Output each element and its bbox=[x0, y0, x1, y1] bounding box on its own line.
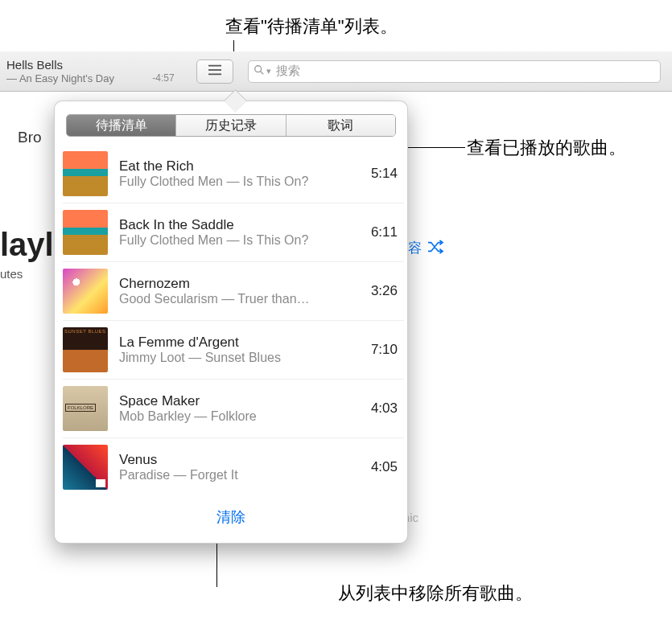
album-art bbox=[63, 151, 108, 196]
track-subtitle: Good Secularism — Truer than… bbox=[119, 292, 363, 306]
album-art bbox=[63, 210, 108, 255]
blue-fragment: 容 bbox=[408, 239, 422, 257]
queue-info: Eat the RichFully Clothed Men — Is This … bbox=[119, 158, 363, 189]
track-title: Chernozem bbox=[119, 276, 363, 292]
track-duration: 4:05 bbox=[371, 459, 398, 475]
album-art bbox=[63, 386, 108, 431]
time-remaining: -4:57 bbox=[152, 72, 174, 84]
tab-history[interactable]: 历史记录 bbox=[176, 115, 286, 136]
svg-point-3 bbox=[255, 66, 262, 72]
search-icon bbox=[254, 64, 266, 78]
queue-row[interactable]: Eat the RichFully Clothed Men — Is This … bbox=[63, 145, 404, 203]
track-subtitle: Paradise — Forget It bbox=[119, 468, 363, 482]
tab-lyrics[interactable]: 歌词 bbox=[287, 115, 395, 136]
queue-info: Back In the SaddleFully Clothed Men — Is… bbox=[119, 217, 363, 248]
queue-row[interactable]: Back In the SaddleFully Clothed Men — Is… bbox=[63, 203, 404, 262]
track-subtitle: Fully Clothed Men — Is This On? bbox=[119, 175, 363, 189]
track-title: Back In the Saddle bbox=[119, 217, 363, 233]
track-duration: 3:26 bbox=[371, 283, 398, 299]
queue-info: Space MakerMob Barkley — Folklore bbox=[119, 393, 363, 424]
callout-clear: 从列表中移除所有歌曲。 bbox=[338, 581, 533, 606]
track-duration: 5:14 bbox=[371, 166, 398, 182]
track-subtitle: Fully Clothed Men — Is This On? bbox=[119, 233, 363, 248]
segmented-control: 待播清单 历史记录 歌词 bbox=[66, 114, 396, 137]
list-icon bbox=[206, 64, 224, 80]
track-duration: 7:10 bbox=[371, 342, 398, 358]
svg-line-4 bbox=[261, 72, 264, 75]
track-title: Eat the Rich bbox=[119, 158, 363, 175]
queue-info: VenusParadise — Forget It bbox=[119, 452, 363, 482]
toolbar: Hells Bells — An Easy Night's Day -4:57 … bbox=[0, 51, 672, 92]
track-duration: 4:03 bbox=[371, 400, 398, 417]
queue-list: Eat the RichFully Clothed Men — Is This … bbox=[63, 145, 404, 496]
utes-fragment: utes bbox=[0, 267, 23, 281]
now-playing-title: Hells Bells bbox=[6, 58, 138, 72]
search-input[interactable]: ▾ 搜索 bbox=[248, 60, 661, 83]
callout-history: 查看已播放的歌曲。 bbox=[467, 136, 626, 160]
queue-button[interactable] bbox=[196, 60, 233, 84]
tab-up-next[interactable]: 待播清单 bbox=[67, 115, 176, 136]
now-playing: Hells Bells — An Easy Night's Day bbox=[0, 55, 145, 88]
track-title: Venus bbox=[119, 452, 363, 468]
track-title: La Femme d'Argent bbox=[119, 335, 363, 351]
queue-info: ChernozemGood Secularism — Truer than… bbox=[119, 276, 363, 306]
clear-button[interactable]: 清除 bbox=[55, 507, 407, 527]
callout-queue: 查看"待播清单"列表。 bbox=[225, 14, 398, 39]
queue-info: La Femme d'ArgentJimmy Loot — Sunset Blu… bbox=[119, 335, 363, 365]
queue-row[interactable]: Space MakerMob Barkley — Folklore4:03 bbox=[63, 380, 404, 438]
queue-row[interactable]: La Femme d'ArgentJimmy Loot — Sunset Blu… bbox=[63, 321, 404, 380]
track-duration: 6:11 bbox=[371, 224, 398, 240]
album-art bbox=[63, 327, 108, 372]
now-playing-subtitle: — An Easy Night's Day bbox=[6, 72, 138, 85]
track-subtitle: Mob Barkley — Folklore bbox=[119, 409, 363, 424]
album-art bbox=[63, 445, 108, 490]
track-subtitle: Jimmy Loot — Sunset Blues bbox=[119, 351, 363, 365]
queue-row[interactable]: ChernozemGood Secularism — Truer than…3:… bbox=[63, 262, 404, 321]
album-art bbox=[63, 269, 108, 314]
browse-fragment: Bro bbox=[18, 129, 42, 146]
repeat-area: -4:57 bbox=[145, 60, 182, 84]
track-title: Space Maker bbox=[119, 393, 363, 409]
queue-row[interactable]: VenusParadise — Forget It4:05 bbox=[63, 438, 404, 496]
shuffle-icon[interactable] bbox=[427, 240, 444, 257]
search-placeholder: 搜索 bbox=[276, 64, 300, 79]
chevron-down-icon: ▾ bbox=[266, 66, 271, 76]
up-next-popover: 待播清单 历史记录 歌词 Eat the RichFully Clothed M… bbox=[54, 101, 408, 544]
